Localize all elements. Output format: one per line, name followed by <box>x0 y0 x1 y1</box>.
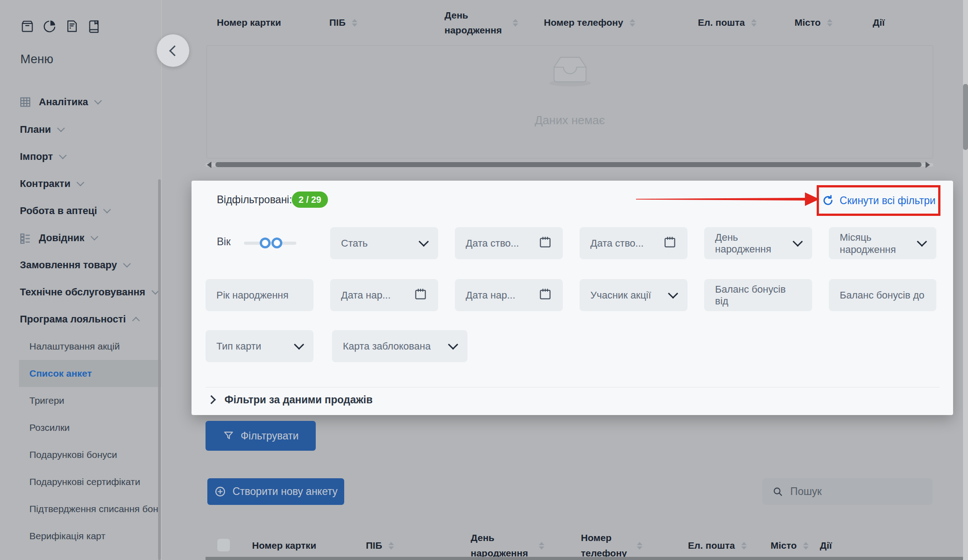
filter-panel: Відфільтровані: 2 / 29 Скинути всі фільт… <box>192 181 953 415</box>
birth-date-to-field[interactable]: Дата нар... <box>455 279 563 311</box>
bottom-header-fullname[interactable]: ПІБ <box>366 531 394 560</box>
sort-icon[interactable] <box>539 542 544 550</box>
calendar-icon <box>538 287 552 303</box>
top-header-fullname[interactable]: ПІБ <box>329 0 357 45</box>
reset-icon <box>822 194 834 207</box>
bonus-balance-to-input[interactable]: Баланс бонусів до <box>829 279 936 311</box>
bottom-header-birthday[interactable]: День народження <box>471 531 544 560</box>
age-slider-handle-min[interactable] <box>260 238 271 248</box>
sort-icon[interactable] <box>513 19 518 27</box>
card-blocked-select[interactable]: Карта заблокована <box>332 330 468 362</box>
bottom-header-phone[interactable]: Номер телефону <box>581 531 642 560</box>
chevron-down-icon <box>917 236 927 247</box>
select-all-checkbox[interactable] <box>217 539 230 551</box>
horizontal-scrollbar-thumb[interactable] <box>215 162 921 167</box>
chevron-down-icon <box>57 125 65 132</box>
sidebar-item-goods-orders[interactable]: Замовлення товару <box>0 255 181 275</box>
empty-state-text: Даних немає <box>207 113 933 127</box>
search-input[interactable] <box>790 485 922 498</box>
grid-icon <box>19 96 32 110</box>
chevron-down-icon <box>94 97 102 105</box>
sidebar-subitem-card-verification[interactable]: Верифікація карт <box>0 526 161 546</box>
chevron-down-icon <box>76 179 84 187</box>
sales-filters-toggle[interactable]: Фільтри за даними продажів <box>206 389 373 410</box>
sort-icon[interactable] <box>352 19 357 27</box>
sidebar-scrollbar-thumb[interactable] <box>158 179 161 560</box>
archive-icon[interactable] <box>20 17 35 37</box>
sidebar-item-contracts[interactable]: Контракти <box>0 174 181 194</box>
search-icon <box>772 485 783 498</box>
sidebar-item-pharmacy-work[interactable]: Робота в аптеці <box>0 201 181 221</box>
chevron-down-icon <box>59 152 67 159</box>
date-created-from-field[interactable]: Дата ство... <box>455 227 563 259</box>
top-header-email[interactable]: Ел. пошта <box>698 0 757 45</box>
panel-divider <box>206 387 940 387</box>
sidebar-item-maintenance[interactable]: Технічне обслуговування <box>0 282 181 302</box>
sidebar-item-plans[interactable]: Плани <box>0 120 181 140</box>
chevron-right-icon <box>207 395 216 404</box>
bottom-header-email[interactable]: Ел. пошта <box>688 531 747 560</box>
page-scrollbar-thumb[interactable] <box>963 84 968 150</box>
sidebar-subitem-writeoff-confirmation[interactable]: Підтвердження списання бону... <box>0 499 161 519</box>
reset-all-filters-button[interactable]: Скинути всі фільтри <box>822 194 935 207</box>
chevron-up-icon <box>132 317 140 325</box>
sidebar-menu-title: Меню <box>20 52 53 66</box>
annotation-arrow-line <box>636 198 809 201</box>
sidebar-subitem-promo-settings[interactable]: Налаштування акцій <box>0 336 161 356</box>
scroll-left-arrow[interactable] <box>207 162 211 168</box>
app-root: Меню Аналітика Плани Імпорт Контракти Ро… <box>0 0 968 560</box>
sort-icon[interactable] <box>827 19 832 27</box>
sidebar: Меню Аналітика Плани Імпорт Контракти Ро… <box>0 0 162 560</box>
calendar-icon <box>663 235 677 252</box>
sort-icon[interactable] <box>637 542 642 550</box>
card-type-select[interactable]: Тип карти <box>206 330 313 362</box>
sort-icon[interactable] <box>630 19 635 27</box>
sort-icon[interactable] <box>388 542 394 550</box>
sidebar-item-loyalty-program[interactable]: Програма лояльності <box>0 309 181 329</box>
top-header-phone[interactable]: Номер телефону <box>544 0 635 45</box>
birth-year-input[interactable]: Рік народження <box>206 279 313 311</box>
top-header-actions: Дії <box>873 0 885 45</box>
report-icon[interactable] <box>64 17 79 37</box>
sort-icon[interactable] <box>751 19 757 27</box>
birth-day-select[interactable]: День народження <box>704 227 812 259</box>
gender-select[interactable]: Стать <box>330 227 438 259</box>
create-questionnaire-button[interactable]: Створити нову анкету <box>207 478 344 505</box>
sidebar-top-icons <box>20 17 101 37</box>
age-slider-handle-max[interactable] <box>271 238 282 248</box>
sidebar-item-analytics[interactable]: Аналітика <box>0 92 200 112</box>
calendar-icon <box>414 287 427 303</box>
sort-icon[interactable] <box>741 542 747 550</box>
sidebar-item-directory[interactable]: Довідник <box>0 228 200 248</box>
top-header-birthday[interactable]: День народження <box>444 0 518 45</box>
sidebar-subitem-questionnaire-list[interactable]: Список анкет <box>0 364 161 383</box>
sidebar-subitem-gift-certificates[interactable]: Подарункові сертифікати <box>0 472 161 492</box>
birth-date-from-field[interactable]: Дата нар... <box>330 279 438 311</box>
sort-icon[interactable] <box>803 542 809 550</box>
filter-button[interactable]: Фільтрувати <box>206 421 316 451</box>
book-icon[interactable] <box>86 17 101 37</box>
bottom-header-city[interactable]: Місто <box>771 531 809 560</box>
table-empty-state: Даних немає <box>206 45 933 159</box>
chevron-down-icon <box>419 236 429 247</box>
sidebar-subitem-triggers[interactable]: Тригери <box>0 391 161 411</box>
bonus-balance-from-input[interactable]: Баланс бонусів від <box>704 279 812 311</box>
age-filter-label: Вік <box>217 236 231 248</box>
scroll-right-arrow[interactable] <box>926 162 930 168</box>
empty-inbox-icon <box>547 53 593 88</box>
top-header-city[interactable]: Місто <box>795 0 832 45</box>
sidebar-subitem-gift-bonuses[interactable]: Подарункові бонуси <box>0 445 161 465</box>
date-created-to-field[interactable]: Дата ство... <box>580 227 687 259</box>
sidebar-collapse-button[interactable] <box>157 34 189 67</box>
search-box <box>762 478 932 505</box>
chevron-down-icon <box>448 339 458 350</box>
chevron-down-icon <box>668 288 678 299</box>
promo-member-select[interactable]: Учасник акції <box>580 279 687 311</box>
pie-chart-icon[interactable] <box>42 17 57 37</box>
sidebar-item-import[interactable]: Імпорт <box>0 147 181 167</box>
chevron-down-icon <box>294 339 304 350</box>
birth-month-select[interactable]: Місяць народження <box>829 227 936 259</box>
chevron-down-icon <box>793 236 803 247</box>
filtered-count-badge: 2 / 29 <box>292 191 328 208</box>
sidebar-subitem-mailings[interactable]: Розсилки <box>0 418 161 438</box>
